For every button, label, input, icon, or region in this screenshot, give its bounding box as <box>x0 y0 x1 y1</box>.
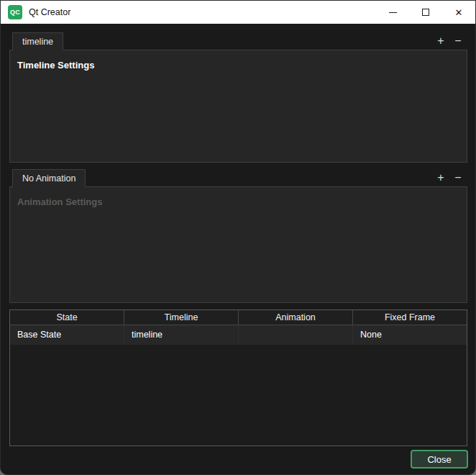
tab-timeline-label: timeline <box>22 37 53 47</box>
tab-no-animation[interactable]: No Animation <box>12 169 86 187</box>
states-table-header: State Timeline Animation Fixed Frame <box>10 310 467 325</box>
timeline-settings-title: Timeline Settings <box>17 60 94 71</box>
add-timeline-button[interactable]: + <box>434 34 448 47</box>
minus-icon: − <box>454 171 461 184</box>
minimize-icon <box>389 12 397 13</box>
window-controls: ✕ <box>376 1 475 24</box>
plus-icon: + <box>437 35 444 47</box>
minus-icon: − <box>454 35 461 47</box>
add-animation-button[interactable]: + <box>434 171 448 184</box>
animation-settings-pane: Animation Settings <box>9 186 467 303</box>
close-icon: ✕ <box>455 8 463 17</box>
maximize-button[interactable] <box>409 1 442 24</box>
column-header-animation: Animation <box>239 310 353 325</box>
titlebar: QC Qt Creator ✕ <box>1 1 475 24</box>
cell-animation <box>239 325 353 345</box>
timeline-settings-pane: Timeline Settings <box>9 50 467 163</box>
cell-state: Base State <box>10 325 124 345</box>
plus-icon: + <box>437 171 444 184</box>
states-table: State Timeline Animation Fixed Frame Bas… <box>9 309 467 446</box>
table-row[interactable]: Base State timeline None <box>10 325 467 345</box>
window-title: Qt Creator <box>29 7 70 17</box>
close-button[interactable]: Close <box>411 450 468 469</box>
animation-settings-title: Animation Settings <box>17 196 102 207</box>
qt-creator-dialog: QC Qt Creator ✕ timeline + − Timeline Se… <box>0 0 476 475</box>
cell-fixed-frame: None <box>353 325 467 345</box>
qt-creator-logo: QC <box>8 5 22 19</box>
remove-timeline-button[interactable]: − <box>451 34 465 47</box>
tab-timeline[interactable]: timeline <box>12 32 63 50</box>
cell-timeline: timeline <box>124 325 239 345</box>
column-header-fixed-frame: Fixed Frame <box>353 310 467 325</box>
column-header-timeline: Timeline <box>124 310 239 325</box>
close-window-button[interactable]: ✕ <box>442 1 475 24</box>
remove-animation-button[interactable]: − <box>451 171 465 184</box>
maximize-icon <box>422 9 429 16</box>
minimize-button[interactable] <box>376 1 409 24</box>
column-header-state: State <box>10 310 124 325</box>
tab-no-animation-label: No Animation <box>22 173 75 184</box>
